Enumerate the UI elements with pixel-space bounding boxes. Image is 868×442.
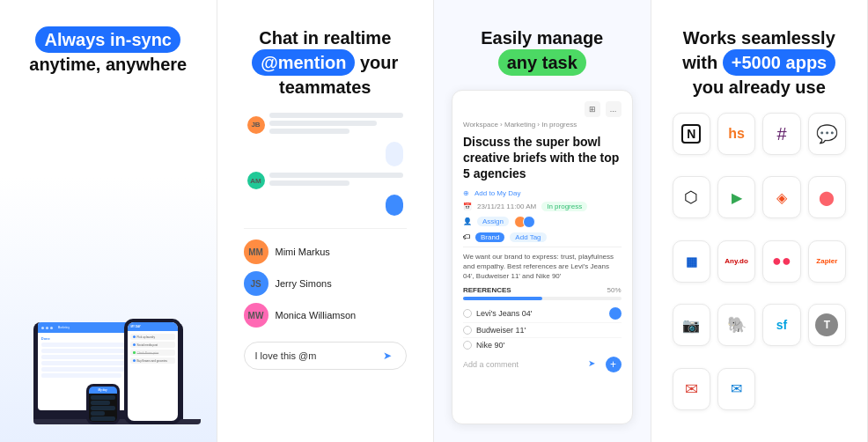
references-label: REFERENCES bbox=[463, 286, 511, 294]
comment-plus-btn[interactable]: + bbox=[606, 357, 622, 372]
comment-send-btn[interactable]: ➤ bbox=[588, 358, 600, 371]
member-avatar-3: MW bbox=[244, 303, 268, 328]
ref-text-1: Levi's Jeans 04' bbox=[476, 309, 532, 318]
task-date: 23/11/21 11:00 AM bbox=[477, 203, 536, 210]
monday-icon: ●● bbox=[772, 252, 791, 270]
panel-4-header: Works seamlessly with +5000 apps you alr… bbox=[682, 26, 835, 99]
chat-input-row[interactable]: I love this @m ➤ bbox=[244, 342, 408, 370]
panel-3-highlight: any task bbox=[498, 49, 586, 76]
panel-1-title: Always in-sync anytime, anywhere bbox=[29, 26, 187, 76]
integration-zoom: 📷 bbox=[673, 304, 710, 346]
member-row-3: MW Monica Williamson bbox=[244, 299, 408, 331]
panel-2-line1: Chat in realtime bbox=[259, 28, 391, 48]
panel-integrations: Works seamlessly with +5000 apps you alr… bbox=[651, 0, 869, 442]
ref-item-3: Nike 90' bbox=[463, 338, 622, 352]
task-divider-1 bbox=[463, 247, 622, 247]
task-description: We want our brand to express: trust, pla… bbox=[463, 252, 622, 282]
integration-figma: ◈ bbox=[762, 176, 800, 218]
whatsapp-icon: 💬 bbox=[816, 123, 838, 144]
panel-4-rest: you already use bbox=[693, 77, 826, 97]
integration-anydo: Any.do bbox=[717, 240, 755, 283]
integration-salesforce: sf bbox=[762, 304, 800, 346]
panel-3-title: Easily manage any task bbox=[481, 26, 603, 76]
integration-outlook: ✉ bbox=[717, 368, 755, 410]
outlook-icon: ✉ bbox=[731, 380, 742, 397]
panel-task: Easily manage any task ⊞ ... Workspace ›… bbox=[434, 0, 651, 442]
ref-text-2: Budweiser 11' bbox=[476, 326, 526, 335]
integration-gmail: ✉ bbox=[673, 368, 710, 410]
integration-whatsapp: 💬 bbox=[808, 113, 846, 155]
chat-container: JB AM bbox=[235, 113, 416, 424]
integration-notion: N bbox=[673, 113, 710, 155]
panel-2-highlight: @mention bbox=[252, 49, 355, 76]
panel-3-header: Easily manage any task bbox=[481, 26, 603, 76]
date-status-row: 📅 23/11/21 11:00 AM In progress bbox=[463, 202, 622, 211]
trello-icon: ▦ bbox=[686, 254, 697, 269]
task-top-icons: ⊞ ... bbox=[463, 101, 622, 117]
ref-circle-1 bbox=[463, 309, 472, 318]
assign-row: 👤 Assign bbox=[463, 216, 622, 228]
ref-circle-2 bbox=[463, 326, 472, 335]
watch-mockup: My day bbox=[86, 384, 120, 424]
chat-input-text: I love this @m bbox=[255, 350, 375, 361]
hubspot-icon: hs bbox=[728, 126, 745, 142]
panel-3-line1: Easily manage bbox=[481, 28, 603, 48]
panel-1-highlight: Always in-sync bbox=[35, 26, 180, 53]
chat-avatar-1: JB bbox=[247, 116, 265, 134]
task-card: ⊞ ... Workspace › Marketing › In progres… bbox=[452, 90, 633, 424]
zapier-icon: Zapier bbox=[816, 257, 837, 265]
slack-icon: # bbox=[776, 124, 786, 144]
progress-pct: 50% bbox=[607, 286, 621, 294]
panel-4-line1: Works seamlessly bbox=[683, 28, 835, 48]
send-button[interactable]: ➤ bbox=[379, 348, 395, 364]
ref-circle-3 bbox=[463, 341, 472, 350]
integrations-grid: N hs # 💬 ⬡ ▶ ◈ ⬤ ▦ Any.do ●● bbox=[669, 113, 850, 424]
integration-t-avatar: T bbox=[808, 304, 846, 346]
task-breadcrumb: Workspace › Marketing › In progress bbox=[463, 121, 622, 129]
ref-avatar-1 bbox=[609, 307, 622, 320]
phone-mockup: MY DAY Pick up laundry Social media post… bbox=[124, 319, 181, 424]
integration-slack: # bbox=[762, 113, 800, 155]
tags-row: 🏷 Brand Add Tag bbox=[463, 232, 622, 242]
task-icon-more[interactable]: ... bbox=[606, 101, 622, 117]
member-row-1: MM Mimi Markus bbox=[244, 236, 408, 268]
notion-icon: N bbox=[681, 124, 701, 144]
ref-item-2: Budweiser 11' bbox=[463, 323, 622, 338]
panel-2-title: Chat in realtime @mention your teammates bbox=[235, 26, 416, 99]
anydo-icon: Any.do bbox=[725, 257, 748, 265]
comment-row: Add a comment ➤ + bbox=[463, 357, 622, 372]
comment-placeholder[interactable]: Add a comment bbox=[463, 360, 583, 369]
integration-github: ⬡ bbox=[673, 176, 710, 218]
ref-item-1: Levi's Jeans 04' bbox=[463, 305, 622, 323]
member-row-2: JS Jerry Simons bbox=[244, 268, 408, 299]
panel-2-header: Chat in realtime @mention your teammates bbox=[235, 26, 416, 99]
assign-label[interactable]: Assign bbox=[477, 217, 509, 226]
add-to-my-day-row: ⊕ Add to My Day bbox=[463, 189, 622, 197]
add-to-my-day-label[interactable]: Add to My Day bbox=[474, 189, 520, 197]
panel-1-subtitle: anytime, anywhere bbox=[29, 55, 187, 74]
integration-monday: ●● bbox=[762, 240, 800, 283]
integration-trello: ▦ bbox=[673, 240, 710, 283]
task-icon-grid[interactable]: ⊞ bbox=[585, 101, 600, 117]
integration-asana: ⬤ bbox=[808, 176, 846, 218]
task-status-badge: In progress bbox=[541, 202, 587, 211]
panel-4-with: with bbox=[682, 53, 717, 72]
add-tag-label[interactable]: Add Tag bbox=[510, 232, 546, 242]
chat-avatar-2: AM bbox=[247, 172, 265, 189]
member-name-2: Jerry Simons bbox=[276, 278, 332, 289]
ref-text-3: Nike 90' bbox=[476, 341, 504, 350]
member-avatar-1: MM bbox=[244, 239, 268, 264]
assign-avatars bbox=[514, 216, 532, 228]
brand-tag[interactable]: Brand bbox=[475, 232, 504, 242]
panel-always-in-sync: Always in-sync anytime, anywhere Marketi… bbox=[0, 0, 217, 442]
salesforce-icon: sf bbox=[776, 318, 787, 332]
panel-4-highlight: +5000 apps bbox=[723, 49, 835, 76]
t-avatar-icon: T bbox=[815, 313, 838, 336]
member-avatar-2: JS bbox=[244, 271, 268, 296]
progress-bar bbox=[463, 297, 622, 300]
integration-zapier: Zapier bbox=[808, 240, 846, 283]
evernote-icon: 🐘 bbox=[727, 315, 747, 335]
asana-icon: ⬤ bbox=[819, 189, 835, 206]
panel-1-header: Always in-sync anytime, anywhere bbox=[29, 26, 187, 76]
googlemeet-icon: ▶ bbox=[732, 189, 742, 206]
